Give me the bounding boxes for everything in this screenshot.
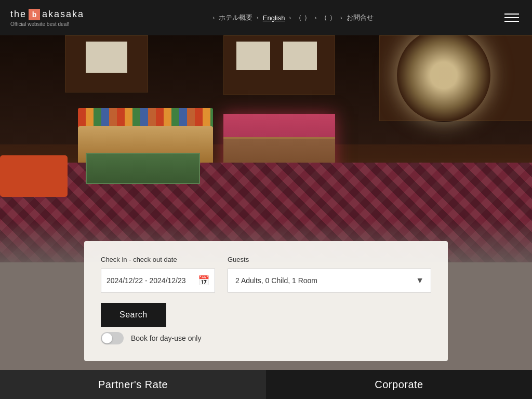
hero-image	[0, 0, 532, 262]
nav-chevron-2: ›	[257, 15, 259, 21]
form-inputs-row: 2024/12/22 - 2024/12/23 📅 1 Adult, 0 Chi…	[101, 269, 431, 292]
decorative-panel-2	[236, 42, 270, 70]
dayuse-label: Book for day-use only	[131, 334, 201, 342]
nav-paren2[interactable]: （ ）	[321, 13, 336, 22]
search-button[interactable]: Search	[101, 303, 166, 327]
hamburger-line-2	[504, 17, 519, 18]
guests-label: Guests	[228, 256, 431, 263]
hamburger-menu[interactable]	[502, 11, 522, 24]
logo-tagline: Official website best deal!	[10, 21, 84, 27]
nav-japanese[interactable]: ホテル概要	[219, 13, 252, 22]
dayuse-toggle[interactable]	[101, 332, 124, 344]
partner-rate-button[interactable]: Partner's Rate	[0, 370, 266, 399]
logo-the: the	[10, 9, 26, 20]
rate-buttons-row: Partner's Rate Corporate	[0, 370, 532, 399]
checkin-label: Check in - check out date	[101, 256, 215, 263]
decorative-panel-1	[86, 42, 127, 73]
hamburger-line-1	[504, 14, 519, 15]
nav-contact[interactable]: お問合せ	[347, 13, 374, 22]
nav-chevron-3: ›	[289, 15, 291, 21]
guests-select-wrapper[interactable]: 1 Adult, 0 Child, 1 Room 2 Adults, 0 Chi…	[228, 269, 431, 292]
nav-area: › ホテル概要 › English › （ ） › （ ） › お問合せ	[212, 13, 373, 22]
logo-b: b	[29, 9, 40, 20]
date-value: 2024/12/22 - 2024/12/23	[107, 276, 194, 285]
nav-chevron-1: ›	[212, 15, 215, 21]
nav-english[interactable]: English	[263, 14, 285, 22]
calendar-icon[interactable]: 📅	[198, 275, 209, 286]
hamburger-line-3	[504, 21, 519, 22]
nav-chevron-5: ›	[340, 15, 342, 21]
coffee-table	[86, 153, 200, 184]
form-labels-row: Check in - check out date Guests	[101, 256, 431, 263]
orange-chair	[0, 155, 68, 197]
corporate-rate-button[interactable]: Corporate	[266, 370, 532, 399]
dayuse-toggle-row: Book for day-use only	[101, 332, 431, 344]
header: the b akasaka Official website best deal…	[0, 0, 532, 35]
logo[interactable]: the b akasaka	[10, 9, 84, 20]
nav-paren1[interactable]: （ ）	[295, 13, 311, 22]
decorative-panel-3	[283, 42, 317, 70]
chandelier	[397, 29, 490, 122]
toggle-knob	[102, 333, 112, 343]
nav-chevron-4: ›	[315, 15, 317, 21]
date-input-wrapper[interactable]: 2024/12/22 - 2024/12/23 📅	[101, 269, 215, 292]
logo-area: the b akasaka Official website best deal…	[10, 9, 84, 27]
logo-akasaka: akasaka	[42, 9, 84, 20]
lobby-background	[0, 0, 532, 262]
guests-select[interactable]: 1 Adult, 0 Child, 1 Room 2 Adults, 0 Chi…	[228, 269, 431, 292]
booking-panel: Check in - check out date Guests 2024/12…	[84, 241, 448, 361]
